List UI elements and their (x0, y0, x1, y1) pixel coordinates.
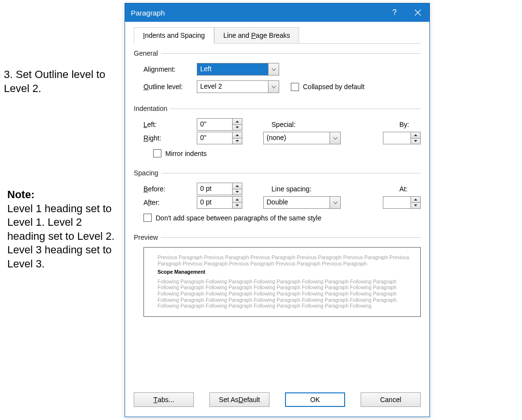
indent-right-spinner[interactable]: 0" (197, 132, 242, 144)
outline-level-label: Outline level: (143, 83, 197, 91)
line-spacing-combo[interactable]: Double (263, 196, 341, 209)
chevron-up-icon (414, 199, 417, 201)
indentation-heading: Indentation (134, 105, 167, 112)
outline-dropdown-button[interactable] (268, 81, 279, 93)
note-body: Level 1 heading set to Level 1. Level 2 … (7, 202, 119, 271)
chevron-down-icon (333, 202, 337, 204)
spin-up[interactable] (411, 197, 420, 203)
after-value: 0 pt (197, 197, 232, 208)
ok-button[interactable]: OK (285, 392, 345, 407)
at-spinner[interactable] (383, 196, 421, 209)
preview-follow-text: Following Paragraph Following Paragraph … (158, 279, 412, 309)
chevron-down-icon (414, 204, 417, 206)
line-spacing-value: Double (264, 197, 330, 208)
help-button[interactable]: ? (383, 3, 406, 22)
dialog-button-row: Tabs... Set As Default OK Cancel (125, 384, 429, 417)
checkbox-icon (143, 214, 152, 222)
spin-down[interactable] (233, 203, 242, 209)
checkbox-icon (153, 149, 161, 157)
indent-left-label: Left: (143, 121, 197, 128)
tab-indents-spacing[interactable]: Indents and Spacing (134, 27, 214, 44)
chevron-up-icon (236, 199, 239, 201)
spin-down[interactable] (411, 139, 420, 144)
chevron-down-icon (236, 191, 239, 193)
alignment-combo[interactable]: Left (197, 63, 279, 76)
line-spacing-label: Line spacing: (271, 185, 325, 193)
outline-level-combo[interactable]: Level 2 (197, 80, 279, 93)
mirror-indents-label: Mirror indents (165, 150, 207, 157)
chevron-down-icon (333, 137, 337, 140)
spin-up[interactable] (411, 132, 420, 139)
tab-line-page-breaks[interactable]: Line and Page Breaks (214, 27, 300, 44)
titlebar: Paragraph ? (125, 3, 429, 22)
set-as-default-button[interactable]: Set As Default (209, 392, 269, 407)
paragraph-dialog: Paragraph ? Indents and Spacing Line and… (125, 3, 430, 417)
section-preview: Preview Previous Paragraph Previous Para… (134, 233, 421, 317)
no-space-same-style-checkbox[interactable]: Don't add space between paragraphs of th… (143, 214, 321, 222)
before-spinner[interactable]: 0 pt (197, 183, 242, 195)
chevron-up-icon (414, 134, 417, 136)
checkbox-icon (291, 83, 299, 91)
special-value: (none) (264, 132, 330, 144)
chevron-up-icon (236, 185, 239, 187)
spacing-heading: Spacing (134, 169, 158, 177)
alignment-label: Alignment: (143, 65, 197, 73)
spin-down[interactable] (233, 189, 242, 195)
section-general: General Alignment: Left Outline level: L… (134, 49, 421, 93)
spin-down[interactable] (233, 139, 242, 144)
chevron-down-icon (272, 86, 276, 88)
chevron-down-icon (414, 140, 417, 142)
collapsed-checkbox[interactable]: Collapsed by default (291, 83, 364, 91)
alignment-dropdown-button[interactable] (268, 63, 279, 75)
spin-up[interactable] (233, 197, 242, 203)
preview-current-text: Scope Management (158, 269, 412, 275)
note-label: Note: (7, 188, 119, 202)
before-label: Before: (143, 185, 197, 193)
chevron-down-icon (236, 204, 239, 206)
tab-strip: Indents and Spacing Line and Page Breaks (134, 27, 421, 43)
special-dropdown-button[interactable] (330, 132, 340, 144)
chevron-down-icon (236, 126, 239, 128)
indent-left-spinner[interactable]: 0" (197, 118, 242, 131)
preview-box: Previous Paragraph Previous Paragraph Pr… (143, 247, 421, 317)
outline-level-value: Level 2 (197, 81, 268, 93)
section-indentation: Indentation Left: 0" Special: By: (134, 105, 421, 157)
special-label: Special: (271, 121, 325, 128)
spin-up[interactable] (233, 183, 242, 189)
chevron-up-icon (236, 121, 239, 123)
at-label: At: (399, 185, 421, 193)
chevron-up-icon (236, 134, 239, 136)
instruction-note: Note: Level 1 heading set to Level 1. Le… (7, 188, 119, 271)
special-combo[interactable]: (none) (263, 132, 341, 144)
section-spacing: Spacing Before: 0 pt Line spacing: At: (134, 169, 421, 222)
mirror-indents-checkbox[interactable]: Mirror indents (153, 149, 207, 157)
close-button[interactable] (406, 3, 429, 22)
by-label: By: (399, 121, 421, 128)
at-value (383, 197, 411, 208)
chevron-down-icon (272, 68, 276, 71)
collapsed-label: Collapsed by default (303, 83, 364, 91)
after-label: After: (143, 199, 197, 206)
preview-prev-text: Previous Paragraph Previous Paragraph Pr… (158, 254, 412, 266)
indent-left-value: 0" (197, 119, 232, 130)
indent-right-label: Right: (143, 134, 197, 142)
instruction-step-text: 3. Set Outline level to Level 2. (4, 68, 120, 95)
before-value: 0 pt (197, 183, 232, 195)
spin-up[interactable] (233, 132, 242, 139)
after-spinner[interactable]: 0 pt (197, 196, 242, 209)
preview-heading: Preview (134, 233, 158, 241)
spin-down[interactable] (411, 203, 420, 209)
cancel-button[interactable]: Cancel (361, 392, 421, 407)
chevron-down-icon (236, 140, 239, 142)
spin-up[interactable] (233, 119, 242, 125)
alignment-value: Left (197, 63, 268, 75)
dialog-title: Paragraph (131, 9, 383, 17)
tabs-button[interactable]: Tabs... (134, 392, 194, 407)
spin-down[interactable] (233, 125, 242, 131)
indent-right-value: 0" (197, 132, 232, 144)
by-spinner[interactable] (383, 132, 421, 144)
no-space-label: Don't add space between paragraphs of th… (156, 214, 321, 222)
by-value (383, 132, 411, 144)
line-spacing-dropdown-button[interactable] (330, 197, 340, 208)
general-heading: General (134, 49, 158, 57)
